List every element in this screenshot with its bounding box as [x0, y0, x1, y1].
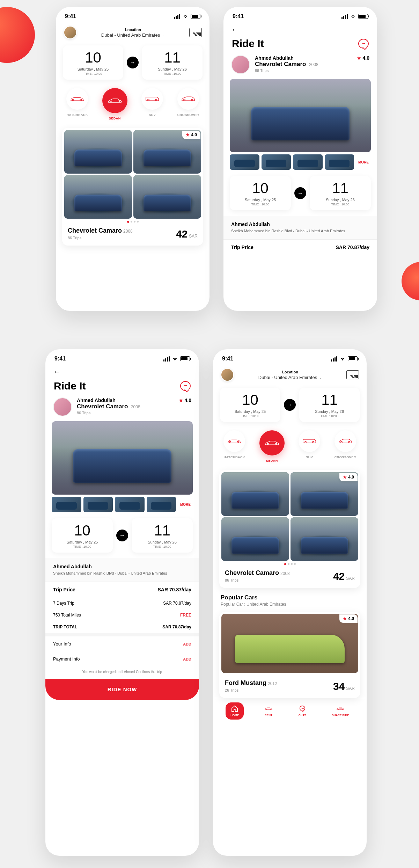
end-date-card[interactable]: 11 Sunday , May 26 TIME : 10:00 [299, 388, 360, 422]
thumbnail[interactable] [293, 154, 323, 170]
your-info-label: Your Info [53, 641, 71, 647]
owner-name: Ahmed Abdullah [77, 397, 174, 403]
thumbnail[interactable] [115, 497, 145, 512]
popular-card[interactable]: ★4.0 Ford Mustang2012 26 Trips 34SAR [219, 612, 360, 698]
category-crossover[interactable]: CROSSOVER [335, 430, 356, 462]
avatar[interactable] [221, 368, 234, 381]
thumbnail[interactable] [325, 154, 354, 170]
start-date-card[interactable]: 10 Saturday , May 25 TIME : 10:00 [230, 176, 291, 210]
category-sedan[interactable]: SEDAN [259, 430, 285, 462]
start-date-card[interactable]: 10 Saturday , May 25 TIME : 10:00 [63, 45, 123, 80]
your-info-row[interactable]: Your Info ADD [45, 636, 199, 651]
start-date-time: TIME : 10:00 [228, 414, 273, 418]
chat-icon[interactable] [358, 39, 369, 49]
nav-rent[interactable]: RENT [259, 702, 278, 720]
avatar[interactable] [64, 26, 77, 39]
total-row: TRIP TOTAL SAR 70.87/day [45, 621, 199, 633]
start-date-card[interactable]: 10 Saturday , May 25 TIME : 10:00 [52, 518, 113, 553]
thumbnail[interactable] [147, 497, 176, 512]
listing-card[interactable]: ★4.0 Chevrolet Camaro2008 86 Trips 42SAR [219, 470, 360, 588]
status-bar: 9:41 [45, 349, 199, 365]
page-title: Ride It [232, 38, 264, 50]
nav-home[interactable]: HOME [226, 702, 244, 720]
location-selector[interactable]: Location Dubai - United Arab Emirates⌄ [77, 28, 189, 38]
location-selector[interactable]: Location Dubai - United Arab Emirates⌄ [234, 370, 346, 380]
start-date-card[interactable]: 10 Saturday , May 25 TIME : 10:00 [220, 388, 280, 422]
thumbnail[interactable] [230, 154, 259, 170]
back-button[interactable]: ← [231, 25, 239, 34]
date-range-picker[interactable]: 10 Saturday , May 25 TIME : 10:00 → 11 S… [52, 518, 193, 553]
nav-chat[interactable]: CHAT [293, 702, 311, 720]
end-date-card[interactable]: 11 Sunday , May 26 TIME : 10:00 [310, 176, 371, 210]
payment-info-label: Payment Info [53, 656, 80, 662]
start-date-day: Saturday , May 25 [228, 409, 273, 414]
wifi-icon [339, 356, 346, 361]
miles-row: 750 Total Miles FREE [45, 609, 199, 621]
owner-row[interactable]: Ahmed Abdullah Chevrolet Camaro 2008 86 … [45, 397, 199, 416]
add-button[interactable]: ADD [183, 642, 191, 646]
car-hero-image[interactable] [52, 421, 193, 495]
popular-car-image[interactable] [221, 614, 358, 673]
end-date-card[interactable]: 11 Sunday , May 26 TIME : 10:00 [142, 45, 203, 80]
status-bar: 9:41 [56, 7, 210, 23]
more-button[interactable]: MORE [178, 503, 193, 506]
car-image[interactable] [221, 517, 289, 561]
payment-info-row[interactable]: Payment Info ADD [45, 651, 199, 666]
nav-label: HOME [230, 714, 239, 717]
gallery-icon[interactable] [346, 370, 359, 379]
car-icon [264, 705, 273, 712]
date-range-picker[interactable]: 10 Saturday , May 25 TIME : 10:00 → 11 S… [213, 388, 367, 422]
thumbnail[interactable] [83, 497, 113, 512]
more-button[interactable]: MORE [356, 160, 371, 164]
end-date-card[interactable]: 11 Sunday , May 26 TIME : 10:00 [132, 518, 193, 553]
suv-icon [145, 95, 160, 102]
category-sedan[interactable]: SEDAN [102, 88, 127, 120]
chat-icon[interactable] [180, 381, 191, 391]
popular-car-trips: 26 Trips [225, 688, 277, 692]
car-currency: SAR [346, 576, 355, 581]
car-image[interactable] [221, 472, 289, 516]
owner-row[interactable]: Ahmed Abdullah Chevrolet Camaro 2008 86 … [223, 55, 377, 74]
rating-badge: ★4.0 [339, 614, 358, 623]
car-image[interactable] [291, 517, 358, 561]
car-image[interactable] [64, 130, 132, 174]
status-time: 9:41 [65, 13, 76, 20]
car-image[interactable] [133, 175, 201, 219]
svg-point-2 [302, 708, 303, 709]
category-hatchback[interactable]: HATCHBACK [66, 88, 88, 120]
category-crossover[interactable]: CROSSOVER [177, 88, 199, 120]
owner-name-repeat: Ahmed Abdullah [53, 564, 191, 569]
crossover-icon [181, 95, 196, 102]
date-range-picker[interactable]: 10 Saturday , May 25 TIME : 10:00 → 11 S… [56, 45, 210, 80]
back-button[interactable]: ← [53, 367, 61, 377]
popular-car-currency: SAR [346, 686, 355, 691]
start-date-num: 10 [228, 393, 273, 407]
decor-blob-top-left [0, 7, 35, 63]
popular-subtitle: Popular Car : United Arab Emirates [213, 602, 367, 610]
status-time: 9:41 [222, 356, 233, 362]
date-arrow-icon: → [116, 530, 128, 541]
start-date-day: Saturday , May 25 [59, 540, 105, 544]
category-label: HATCHBACK [224, 455, 245, 459]
listing-footer: Chevrolet Camaro2008 86 Trips 42SAR [62, 223, 203, 246]
listing-card[interactable]: ★4.0 Chevrolet Camaro2008 86 Trips 42SAR [62, 128, 203, 246]
car-image[interactable] [64, 175, 132, 219]
add-button[interactable]: ADD [183, 657, 191, 661]
car-price: 42 [333, 570, 345, 582]
start-date-day: Saturday , May 25 [71, 67, 116, 71]
ride-now-button[interactable]: RIDE NOW [45, 679, 199, 700]
car-hero-image[interactable] [230, 79, 371, 152]
thumbnail[interactable] [52, 497, 81, 512]
miles-value: FREE [180, 613, 191, 618]
thumbnail[interactable] [262, 154, 291, 170]
car-name: Chevrolet Camaro [68, 227, 122, 234]
date-range-picker[interactable]: 10 Saturday , May 25 TIME : 10:00 → 11 S… [230, 176, 371, 210]
car-currency: SAR [189, 234, 198, 239]
car-year: 2008 [123, 229, 133, 234]
gallery-icon[interactable] [189, 28, 202, 37]
category-suv[interactable]: SUV [141, 88, 163, 120]
nav-share[interactable]: SHARE RIDE [327, 702, 354, 720]
category-hatchback[interactable]: HATCHBACK [223, 430, 245, 462]
category-suv[interactable]: SUV [299, 430, 320, 462]
date-arrow-icon: → [284, 399, 296, 411]
